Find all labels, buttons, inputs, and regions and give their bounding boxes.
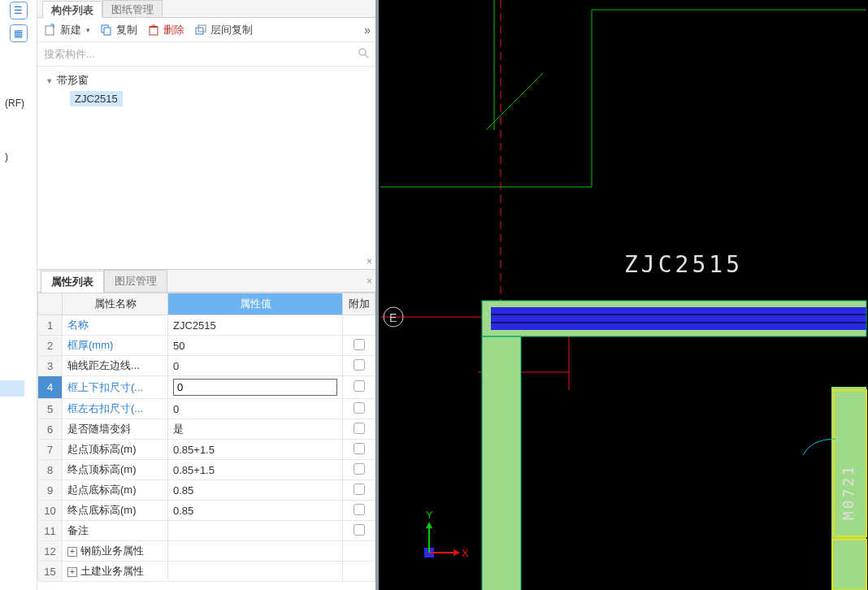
- property-value-cell[interactable]: [168, 541, 343, 562]
- row-number[interactable]: 4: [38, 376, 63, 399]
- property-row[interactable]: 10终点底标高(m)0.85: [38, 501, 375, 521]
- row-number[interactable]: 10: [38, 501, 63, 521]
- property-row[interactable]: 5框左右扣尺寸(...0: [38, 399, 375, 419]
- expand-icon[interactable]: +: [67, 567, 77, 577]
- property-name-cell[interactable]: 终点底标高(m): [63, 501, 168, 521]
- property-value-cell[interactable]: [168, 562, 343, 582]
- property-extra-cell[interactable]: [343, 440, 375, 460]
- proptabs-close-icon[interactable]: ×: [367, 275, 372, 287]
- property-value-input[interactable]: [173, 379, 337, 396]
- toolbar-more-icon[interactable]: »: [364, 24, 369, 37]
- property-row[interactable]: 8终点顶标高(m)0.85+1.5: [38, 460, 375, 480]
- property-value-cell[interactable]: 0.85+1.5: [168, 460, 343, 480]
- delete-button[interactable]: 删除: [147, 23, 184, 37]
- row-number[interactable]: 15: [38, 562, 63, 582]
- row-number[interactable]: 11: [38, 521, 63, 541]
- property-extra-cell[interactable]: [343, 315, 375, 336]
- new-button[interactable]: 新建 ▾: [44, 23, 90, 37]
- property-name-cell[interactable]: 起点顶标高(m): [63, 440, 168, 460]
- property-name-cell[interactable]: 名称: [63, 315, 168, 336]
- tab-component-list[interactable]: 构件列表: [42, 1, 102, 18]
- property-name-cell[interactable]: 终点顶标高(m): [63, 460, 168, 480]
- property-value-cell[interactable]: [168, 376, 343, 399]
- property-extra-cell[interactable]: [343, 336, 375, 356]
- checkbox-icon[interactable]: [354, 359, 365, 371]
- property-row[interactable]: 11备注: [38, 521, 375, 541]
- row-number[interactable]: 12: [38, 541, 63, 562]
- property-value-cell[interactable]: 0.85+1.5: [168, 440, 343, 460]
- tab-layer-manage[interactable]: 图层管理: [104, 270, 167, 292]
- row-number[interactable]: 8: [38, 460, 63, 480]
- row-number[interactable]: 3: [38, 356, 63, 376]
- sidestrip-icon-2[interactable]: ▦: [10, 24, 28, 42]
- property-extra-cell[interactable]: [343, 501, 375, 521]
- property-name-cell[interactable]: 框上下扣尺寸(...: [63, 376, 168, 399]
- row-number[interactable]: 2: [38, 336, 63, 356]
- floor-copy-button[interactable]: 层间复制: [194, 23, 253, 37]
- tab-drawing-manage[interactable]: 图纸管理: [102, 0, 163, 17]
- property-name-cell[interactable]: 轴线距左边线...: [63, 356, 168, 376]
- sidestrip-icon-1[interactable]: ☰: [10, 2, 28, 20]
- property-extra-cell[interactable]: [343, 480, 375, 501]
- property-extra-cell[interactable]: [343, 562, 375, 582]
- property-value-cell[interactable]: 0.85: [168, 480, 343, 501]
- collapse-icon[interactable]: ▾: [46, 76, 54, 86]
- checkbox-icon[interactable]: [354, 339, 365, 350]
- property-extra-cell[interactable]: [343, 541, 375, 562]
- property-table[interactable]: 属性名称 属性值 附加 1名称ZJC25152框厚(mm)503轴线距左边线..…: [37, 293, 375, 590]
- row-number[interactable]: 9: [38, 480, 63, 501]
- property-name-cell[interactable]: 起点底标高(m): [63, 480, 168, 501]
- property-row[interactable]: 4框上下扣尺寸(...: [38, 376, 375, 399]
- row-number[interactable]: 1: [38, 315, 63, 336]
- property-name-cell[interactable]: 框厚(mm): [63, 336, 168, 356]
- property-value-cell[interactable]: 是: [168, 419, 343, 440]
- property-name-cell[interactable]: +土建业务属性: [63, 562, 168, 582]
- tree-child-node[interactable]: ZJC2515: [70, 89, 367, 107]
- property-extra-cell[interactable]: [343, 460, 375, 480]
- cad-viewport[interactable]: ZJC2515 E M0721 X Y: [379, 0, 868, 590]
- property-value-cell[interactable]: 0: [168, 399, 343, 419]
- search-icon[interactable]: [358, 47, 369, 61]
- property-value-cell[interactable]: ZJC2515: [168, 315, 343, 336]
- col-propvalue[interactable]: 属性值: [168, 293, 343, 315]
- property-value-cell[interactable]: [168, 521, 343, 541]
- property-value-cell[interactable]: 0: [168, 356, 343, 376]
- row-number[interactable]: 5: [38, 399, 63, 419]
- row-number[interactable]: 7: [38, 440, 63, 460]
- checkbox-icon[interactable]: [354, 443, 365, 454]
- component-tree[interactable]: ▾ 带形窗 ZJC2515 ×: [37, 67, 375, 270]
- checkbox-icon[interactable]: [354, 380, 365, 392]
- property-name-cell[interactable]: 框左右扣尺寸(...: [63, 399, 168, 419]
- search-input[interactable]: [44, 48, 358, 60]
- property-row[interactable]: 9起点底标高(m)0.85: [38, 480, 375, 501]
- property-row[interactable]: 6是否随墙变斜是: [38, 419, 375, 440]
- checkbox-icon[interactable]: [354, 423, 365, 434]
- property-name-cell[interactable]: 备注: [63, 521, 168, 541]
- checkbox-icon[interactable]: [354, 402, 365, 414]
- row-number[interactable]: 6: [38, 419, 63, 440]
- property-name-cell[interactable]: 是否随墙变斜: [63, 419, 168, 440]
- property-row[interactable]: 12+钢筋业务属性: [38, 541, 375, 562]
- property-name-cell[interactable]: +钢筋业务属性: [63, 541, 168, 562]
- property-row[interactable]: 3轴线距左边线...0: [38, 356, 375, 376]
- checkbox-icon[interactable]: [354, 524, 365, 536]
- property-extra-cell[interactable]: [343, 521, 375, 541]
- checkbox-icon[interactable]: [354, 484, 365, 495]
- checkbox-icon[interactable]: [354, 504, 365, 515]
- copy-button[interactable]: 复制: [100, 23, 137, 37]
- property-extra-cell[interactable]: [343, 419, 375, 440]
- property-value-cell[interactable]: 0.85: [168, 501, 343, 521]
- property-value-cell[interactable]: 50: [168, 336, 343, 356]
- tab-property-list[interactable]: 属性列表: [41, 271, 104, 293]
- tree-root-node[interactable]: ▾ 带形窗: [46, 72, 367, 89]
- tree-close-icon[interactable]: ×: [367, 256, 372, 267]
- expand-icon[interactable]: +: [67, 547, 77, 557]
- checkbox-icon[interactable]: [354, 463, 365, 475]
- property-row[interactable]: 15+土建业务属性: [38, 562, 375, 582]
- property-row[interactable]: 2框厚(mm)50: [38, 336, 375, 356]
- property-row[interactable]: 7起点顶标高(m)0.85+1.5: [38, 440, 375, 460]
- property-extra-cell[interactable]: [343, 399, 375, 419]
- property-extra-cell[interactable]: [343, 376, 375, 399]
- property-extra-cell[interactable]: [343, 356, 375, 376]
- property-row[interactable]: 1名称ZJC2515: [38, 315, 375, 336]
